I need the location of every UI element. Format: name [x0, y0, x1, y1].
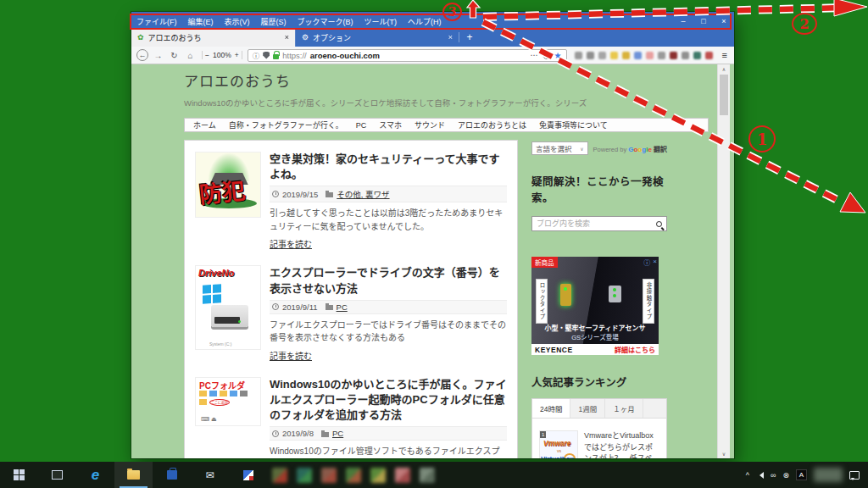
- hidden-icons-caret[interactable]: ^: [746, 471, 749, 480]
- home-icon[interactable]: ⌂: [184, 51, 197, 60]
- scroll-down-icon[interactable]: ∨: [718, 451, 730, 457]
- nav-about[interactable]: アロエのおうちとは: [458, 119, 526, 130]
- extension-icon[interactable]: [670, 52, 677, 59]
- ranking-tab-24h[interactable]: 24時間: [532, 399, 570, 418]
- article-title[interactable]: エクスプローラーでドライブの文字（番号）を表示させない方法: [270, 265, 507, 296]
- extension-icon[interactable]: [575, 52, 582, 59]
- keyence-ad[interactable]: 新商品 ⓘ × ロックタイプ 非接触タイプ 小型・堅牢セーフティドアセンサ GS…: [531, 257, 659, 355]
- ime-indicator[interactable]: A: [796, 469, 807, 480]
- close-button[interactable]: ×: [714, 15, 734, 28]
- article-categories[interactable]: PC: [337, 302, 348, 312]
- zoom-level[interactable]: 100%: [213, 51, 231, 59]
- article-title[interactable]: Windows10のかゆいところに手が届く。ファイルエクスプローラー起動時のPC…: [270, 377, 507, 424]
- language-select[interactable]: 言語を選択 ∨: [531, 141, 588, 155]
- network-icon[interactable]: ⊗: [782, 471, 789, 480]
- article-thumbnail[interactable]: PCフォルダ ここに追加 ⌨ ⏏: [195, 377, 261, 426]
- ad-close-icon[interactable]: ×: [653, 258, 657, 267]
- maximize-button[interactable]: □: [693, 15, 714, 28]
- tab-close-icon[interactable]: ×: [448, 33, 453, 42]
- system-tray: ^ ∞ ⊗ A: [746, 462, 868, 488]
- menu-file[interactable]: ファイル(F): [136, 16, 177, 27]
- lock-icon[interactable]: [273, 54, 279, 59]
- ad-cta-link[interactable]: 詳細はこちら: [615, 345, 655, 354]
- nav-sound[interactable]: サウンド: [415, 119, 445, 130]
- task-view-button[interactable]: [38, 462, 76, 488]
- extension-icon[interactable]: [587, 52, 594, 59]
- article-title[interactable]: 空き巣対策！家のセキュリティーって大事ですよね。: [270, 152, 507, 182]
- clock-blurred[interactable]: [814, 468, 843, 482]
- page-scrollbar[interactable]: ∧ ∨: [717, 64, 730, 458]
- minimize-button[interactable]: –: [673, 15, 693, 28]
- extension-icon[interactable]: [693, 52, 701, 59]
- scrollbar-thumb[interactable]: [720, 75, 728, 115]
- speaker-icon[interactable]: [756, 472, 764, 479]
- article-thumbnail[interactable]: 防犯: [195, 152, 261, 218]
- pocket-icon[interactable]: v: [542, 51, 551, 59]
- pinned-app-button[interactable]: [316, 462, 341, 488]
- scroll-up-icon[interactable]: ∧: [718, 66, 730, 72]
- read-more-link[interactable]: 記事を読む: [270, 237, 312, 250]
- mail-button[interactable]: ✉: [191, 462, 229, 488]
- ranking-tab-1month[interactable]: １ヶ月: [605, 399, 643, 418]
- menu-tools[interactable]: ツール(T): [364, 16, 398, 27]
- extension-icon[interactable]: [622, 52, 630, 59]
- search-icon[interactable]: [656, 221, 662, 227]
- zoom-in-button[interactable]: +: [235, 51, 239, 59]
- forward-icon[interactable]: →: [152, 51, 164, 60]
- new-tab-button[interactable]: +: [459, 28, 480, 47]
- zoom-out-button[interactable]: −: [205, 51, 209, 59]
- extension-icon[interactable]: [610, 52, 618, 59]
- menu-help[interactable]: ヘルプ(H): [408, 16, 442, 27]
- url-bar[interactable]: ⓘ https:// aroeno-ouchi.com ⋯ v ★: [248, 49, 567, 62]
- pinned-app-button[interactable]: [390, 462, 415, 488]
- nav-photographer[interactable]: 自称・フォトグラファーが行く。: [229, 119, 343, 130]
- pinned-app-button[interactable]: [415, 462, 439, 488]
- site-tagline: Windows10のかゆいところに手が届く。シリーズとロケ地探訪そして自称・フォ…: [184, 97, 709, 108]
- nav-disclaimer[interactable]: 免責事項等について: [539, 119, 608, 130]
- link-icon[interactable]: ∞: [771, 471, 776, 480]
- pinned-app-button[interactable]: [341, 462, 365, 488]
- ranking-item[interactable]: 1 Vmware vs Virtualbox VmwareとVirtualbox…: [539, 430, 659, 458]
- tab-options[interactable]: ⚙ オプション ×: [295, 28, 459, 47]
- bookmark-star-icon[interactable]: ★: [554, 51, 562, 60]
- article-date: 2019/9/11: [282, 302, 318, 312]
- hamburger-menu-icon[interactable]: ≡: [722, 50, 727, 60]
- ad-info-icon[interactable]: ⓘ: [643, 258, 650, 267]
- site-title[interactable]: アロエのおうち: [184, 69, 709, 91]
- photos-button[interactable]: [229, 462, 267, 488]
- extension-icon[interactable]: [682, 52, 689, 59]
- tab-aloe-home[interactable]: ✿ アロエのおうち ×: [131, 28, 295, 47]
- article-thumbnail[interactable]: DriveNo System (C:): [195, 265, 261, 350]
- reload-icon[interactable]: ↻: [168, 51, 181, 60]
- menu-view[interactable]: 表示(V): [225, 16, 250, 27]
- page-actions-icon[interactable]: ⋯: [531, 51, 539, 59]
- start-button[interactable]: [0, 462, 38, 488]
- article-categories[interactable]: その他, 裏ワザ: [337, 188, 389, 200]
- tracking-shield-icon[interactable]: [263, 52, 270, 59]
- search-input[interactable]: [537, 219, 656, 228]
- menu-history[interactable]: 履歴(S): [261, 16, 287, 27]
- pinned-app-button[interactable]: [365, 462, 390, 488]
- extension-icon[interactable]: [705, 52, 713, 59]
- site-info-icon[interactable]: ⓘ: [253, 50, 260, 60]
- menu-edit[interactable]: 編集(E): [188, 16, 214, 27]
- menu-bookmarks[interactable]: ブックマーク(B): [298, 16, 353, 27]
- nav-home[interactable]: ホーム: [193, 119, 216, 130]
- read-more-link[interactable]: 記事を読む: [270, 349, 312, 362]
- extension-icon[interactable]: [646, 52, 654, 59]
- store-button[interactable]: [153, 462, 191, 488]
- back-icon[interactable]: ←: [136, 49, 148, 61]
- extension-icon[interactable]: [598, 52, 606, 59]
- ranking-tab-1week[interactable]: 1週間: [570, 399, 605, 418]
- nav-pc[interactable]: PC: [356, 121, 367, 130]
- action-center-icon[interactable]: [849, 471, 860, 480]
- nav-smartphone[interactable]: スマホ: [379, 119, 402, 130]
- article-categories[interactable]: PC: [332, 429, 343, 438]
- edge-button[interactable]: e: [76, 462, 114, 488]
- pinned-app-button[interactable]: [292, 462, 316, 488]
- file-explorer-button[interactable]: [114, 462, 153, 488]
- tab-close-icon[interactable]: ×: [285, 33, 289, 42]
- extension-icon[interactable]: [658, 52, 665, 59]
- pinned-app-button[interactable]: [267, 462, 292, 488]
- extension-icon[interactable]: [634, 52, 642, 59]
